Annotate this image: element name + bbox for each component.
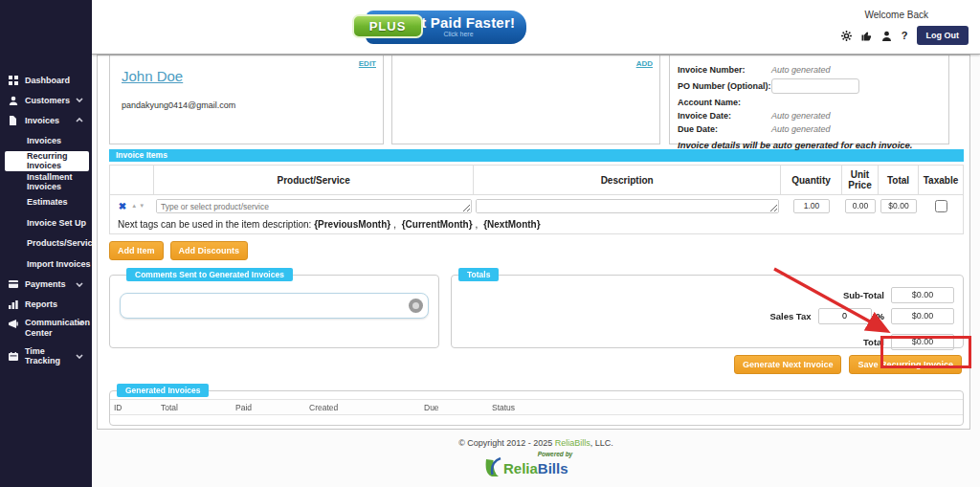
communication-icon (9, 319, 19, 329)
add-discounts-button[interactable]: Add Discounts (170, 241, 249, 260)
sidebar-label: Customers (25, 96, 70, 105)
tags-note-prefix: Next tags can be used in the item descri… (118, 219, 311, 230)
total-column-header: Total (879, 166, 919, 194)
user-icon[interactable] (881, 30, 893, 41)
sidebar-item-invoice-set-up[interactable]: Invoice Set Up (0, 212, 92, 233)
sidebar-item-communication-center[interactable]: Communication Center (0, 315, 92, 346)
sidebar-item-installment-invoices[interactable]: Installment Invoices (0, 171, 92, 192)
logout-button[interactable]: Log Out (917, 26, 969, 45)
sidebar-item-dashboard[interactable]: Dashboard (0, 70, 92, 90)
add-link[interactable]: ADD (636, 59, 653, 68)
thumbs-up-icon[interactable] (861, 30, 873, 41)
sidebar-label: Payments (25, 279, 66, 289)
tags-note: Next tags can be used in the item descri… (110, 216, 963, 233)
sidebar-item-invoices-sub[interactable]: Invoices (0, 130, 92, 151)
col-paid: Paid (232, 403, 305, 412)
dashboard-icon (9, 75, 19, 85)
sidebar-item-estimates[interactable]: Estimates (0, 192, 92, 213)
po-number-input[interactable] (771, 78, 859, 94)
sidebar-label: Reports (25, 299, 57, 309)
po-number-label: PO Number (Optional): (678, 81, 771, 91)
total-label: Total (863, 337, 884, 347)
customers-icon (9, 95, 19, 105)
emoji-icon[interactable] (409, 299, 423, 313)
item-row: ✖ ▲ ▼ $0.00 (110, 195, 963, 216)
reliabills-link[interactable]: ReliaBills (555, 438, 590, 448)
sidebar-label: Invoice Set Up (27, 218, 86, 228)
payments-icon (9, 279, 19, 290)
sidebar-item-import-invoices[interactable]: Import Invoices (0, 254, 92, 275)
sales-tax-value: $0.00 (891, 308, 954, 324)
col-due: Due (420, 403, 488, 412)
sidebar-item-products-services[interactable]: Products/Services (0, 233, 92, 255)
sidebar: Dashboard Customers Invoices Invoices Re… (0, 0, 92, 487)
edit-customer-link[interactable]: EDIT (359, 59, 376, 68)
generated-invoices-title: Generated Invoices (117, 384, 209, 397)
help-icon[interactable]: ? (902, 30, 908, 41)
col-status: Status (488, 403, 963, 412)
sidebar-label: Dashboard (25, 76, 70, 85)
sidebar-label: Communication Center (25, 318, 77, 340)
tag-previous-month: {PreviousMonth} (314, 219, 390, 230)
copyright-text: © Copyright 2012 - 2025 ReliaBills, LLC. (92, 438, 980, 448)
auto-generated-note: Invoice details will be auto generated f… (678, 140, 941, 150)
gear-icon[interactable] (841, 30, 853, 41)
subtotal-value: $0.00 (891, 287, 954, 303)
plus-badge: PLUS (352, 14, 423, 38)
subtotal-label: Sub-Total (843, 290, 884, 300)
main-content: EDIT John Doe pandakyung0414@gmail.com A… (92, 55, 980, 487)
percent-sign: % (877, 311, 884, 321)
sidebar-item-invoices[interactable]: Invoices (0, 110, 92, 130)
sidebar-label: Import Invoices (27, 259, 91, 269)
total-value: $0.00 (891, 334, 954, 350)
totals-section: Totals Sub-Total $0.00 Sales Tax % $0.00… (451, 268, 964, 348)
col-total: Total (157, 403, 232, 412)
get-paid-faster-banner[interactable]: Get Paid Faster! Click here PLUS (352, 10, 529, 45)
chevron-down-icon (76, 282, 83, 287)
due-date-value: Auto generated (771, 124, 831, 134)
sales-tax-rate-input[interactable] (818, 308, 872, 324)
unit-price-input[interactable] (845, 199, 876, 213)
recurring-invoice-panel: EDIT John Doe pandakyung0414@gmail.com A… (97, 55, 970, 430)
sidebar-item-payments[interactable]: Payments (0, 275, 92, 295)
product-service-input[interactable] (156, 199, 472, 213)
taxable-column-header: Taxable (919, 166, 963, 194)
sidebar-label: Products/Services (27, 238, 102, 248)
sales-tax-label: Sales Tax (769, 311, 811, 321)
sidebar-item-reports[interactable]: Reports (0, 295, 92, 315)
invoices-icon (9, 115, 19, 125)
totals-section-title: Totals (458, 268, 499, 281)
due-date-label: Due Date: (678, 124, 771, 134)
generated-invoices-section: Generated Invoices ID Total Paid Created… (109, 384, 964, 426)
move-down-icon[interactable]: ▼ (139, 203, 145, 209)
comments-input[interactable] (120, 293, 429, 319)
items-table-header: Product/Service Description Quantity Uni… (110, 166, 963, 195)
quantity-input[interactable] (793, 199, 830, 213)
sidebar-label: Recurring Invoices (27, 151, 89, 170)
customer-email: pandakyung0414@gmail.com (122, 100, 235, 110)
col-id: ID (110, 403, 157, 412)
delete-row-icon[interactable]: ✖ (119, 201, 126, 211)
invoice-details-card: Invoice Number: Auto generated PO Number… (669, 55, 949, 144)
save-recurring-invoice-button[interactable]: Save Recurring Invoice (849, 355, 962, 374)
sidebar-label: Invoices (27, 136, 61, 145)
generated-invoices-header: ID Total Paid Created Due Status (110, 399, 963, 415)
sidebar-item-time-tracking[interactable]: Time Tracking (0, 346, 92, 366)
description-input[interactable] (476, 199, 779, 213)
sidebar-item-customers[interactable]: Customers (0, 90, 92, 110)
top-header: Get Paid Faster! Click here PLUS Welcome… (92, 0, 980, 55)
customer-name-link[interactable]: John Doe (122, 68, 183, 84)
unit-price-column-header: Unit Price (842, 166, 879, 194)
invoice-number-value: Auto generated (771, 65, 831, 75)
chevron-down-icon (76, 354, 83, 359)
add-item-button[interactable]: Add Item (109, 241, 164, 260)
move-up-icon[interactable]: ▲ (131, 203, 137, 209)
tag-next-month: {NextMonth} (483, 219, 540, 230)
col-created: Created (305, 403, 420, 412)
account-name-label: Account Name: (678, 98, 771, 107)
comments-section: Comments Sent to Generated Invoices (109, 268, 439, 348)
sidebar-item-recurring-invoices[interactable]: Recurring Invoices (5, 151, 89, 172)
generate-next-invoice-button[interactable]: Generate Next Invoice (734, 355, 842, 374)
shipping-card: ADD (391, 55, 660, 144)
taxable-checkbox[interactable] (935, 200, 947, 212)
